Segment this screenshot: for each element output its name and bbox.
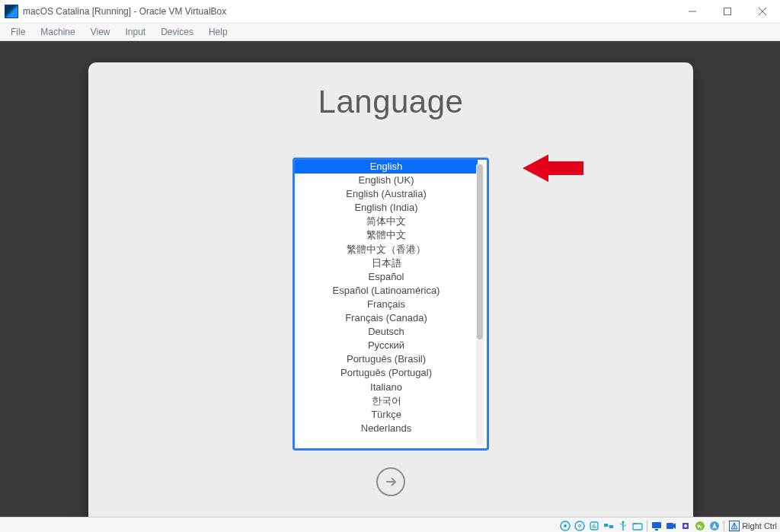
svg-rect-15 xyxy=(609,525,613,528)
macos-setup-panel: Language EnglishEnglish (UK)English (Aus… xyxy=(88,62,693,517)
status-optical-icon[interactable] xyxy=(574,520,586,532)
svg-rect-14 xyxy=(604,524,608,527)
svg-marker-5 xyxy=(523,155,583,182)
language-option[interactable]: English (India) xyxy=(295,201,478,215)
language-option[interactable]: Español (Latinoamérica) xyxy=(295,284,478,298)
host-key-indicator[interactable]: Right Ctrl xyxy=(729,521,777,531)
status-display-icon[interactable] xyxy=(651,520,663,532)
language-option[interactable]: Nederlands xyxy=(295,422,478,435)
menu-help[interactable]: Help xyxy=(203,25,234,39)
svg-line-16 xyxy=(608,525,609,527)
vm-viewport[interactable]: Language EnglishEnglish (UK)English (Aus… xyxy=(0,41,780,517)
status-bar: Right Ctrl xyxy=(0,517,780,532)
status-recording-icon[interactable] xyxy=(665,520,677,532)
menu-devices[interactable]: Devices xyxy=(155,25,200,39)
svg-rect-22 xyxy=(633,523,637,524)
language-scrollbar[interactable] xyxy=(476,163,484,445)
language-option[interactable]: English (UK) xyxy=(295,174,478,187)
minimize-button[interactable] xyxy=(675,0,710,23)
svg-rect-24 xyxy=(655,529,658,530)
status-usb-icon[interactable] xyxy=(617,520,629,532)
window-title: macOS Catalina [Running] - Oracle VM Vir… xyxy=(23,6,226,17)
svg-point-18 xyxy=(622,521,625,524)
language-option[interactable]: Deutsch xyxy=(295,325,478,339)
maximize-button[interactable] xyxy=(710,0,745,23)
menu-machine[interactable]: Machine xyxy=(34,25,81,39)
svg-rect-1 xyxy=(724,8,731,15)
svg-point-7 xyxy=(564,524,567,527)
language-option[interactable]: English xyxy=(295,160,478,174)
language-option[interactable]: Français (Canada) xyxy=(295,311,478,325)
svg-rect-23 xyxy=(652,522,661,528)
language-option[interactable]: English (Australia) xyxy=(295,187,478,201)
status-hdd-icon[interactable] xyxy=(559,520,571,532)
close-button[interactable] xyxy=(745,0,780,23)
language-option[interactable]: 繁體中文（香港） xyxy=(295,243,478,256)
language-option[interactable]: 日本語 xyxy=(295,256,478,270)
status-mouse-integration-icon[interactable] xyxy=(694,520,706,532)
svg-rect-25 xyxy=(667,523,673,529)
svg-rect-21 xyxy=(633,524,642,530)
status-network-icon[interactable] xyxy=(603,520,615,532)
arrow-right-icon xyxy=(384,475,398,489)
page-title: Language xyxy=(88,84,693,120)
host-key-label: Right Ctrl xyxy=(742,521,777,530)
next-button[interactable] xyxy=(376,467,405,496)
menu-input[interactable]: Input xyxy=(120,25,152,39)
svg-marker-26 xyxy=(673,523,676,529)
menu-file[interactable]: File xyxy=(5,25,31,39)
status-audio-icon[interactable] xyxy=(588,520,600,532)
language-option[interactable]: 한국어 xyxy=(295,394,478,408)
virtualbox-logo-icon xyxy=(5,5,18,18)
status-cpu-icon[interactable] xyxy=(679,520,692,532)
language-option[interactable]: Русский xyxy=(295,339,478,352)
menu-view[interactable]: View xyxy=(85,25,117,39)
window-controls xyxy=(675,0,780,23)
annotation-arrow-icon xyxy=(523,150,591,196)
status-keyboard-icon[interactable] xyxy=(708,520,721,532)
language-listbox[interactable]: EnglishEnglish (UK)English (Australia)En… xyxy=(292,158,489,451)
language-option[interactable]: Türkçe xyxy=(295,408,478,422)
hostkey-icon xyxy=(729,521,740,531)
language-option[interactable]: Français xyxy=(295,298,478,311)
svg-point-28 xyxy=(684,524,687,527)
language-option[interactable]: Português (Brasil) xyxy=(295,352,478,366)
menu-bar: File Machine View Input Devices Help xyxy=(0,24,780,41)
language-option[interactable]: 简体中文 xyxy=(295,215,478,228)
language-option[interactable]: Español xyxy=(295,270,478,284)
language-option[interactable]: Italiano xyxy=(295,381,478,394)
language-option[interactable]: 繁體中文 xyxy=(295,228,478,242)
svg-point-9 xyxy=(579,525,581,527)
language-scrollbar-thumb[interactable] xyxy=(477,164,483,339)
window-titlebar: macOS Catalina [Running] - Oracle VM Vir… xyxy=(0,0,780,24)
language-option[interactable]: Português (Portugal) xyxy=(295,366,478,380)
status-shared-folders-icon[interactable] xyxy=(631,520,644,532)
